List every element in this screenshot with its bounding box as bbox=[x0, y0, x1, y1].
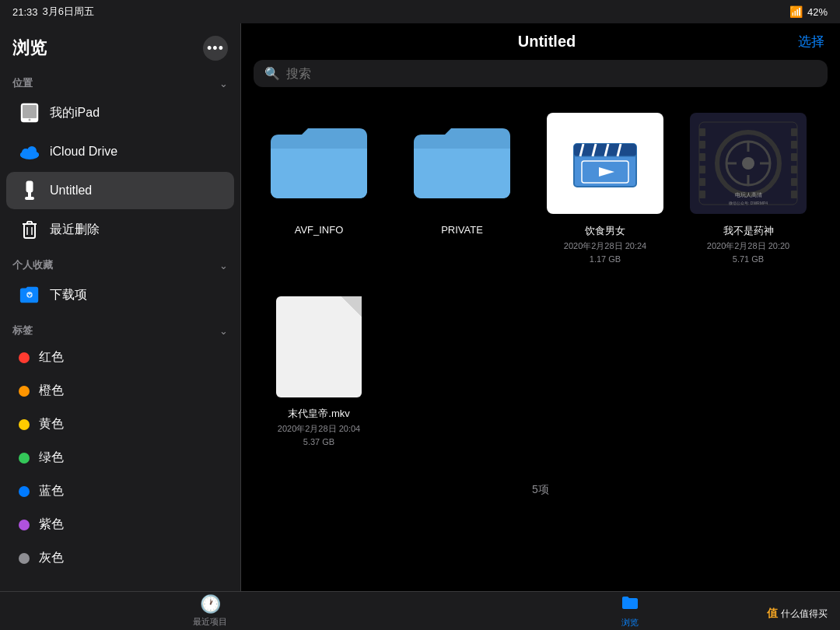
svg-point-2 bbox=[29, 119, 31, 121]
svg-rect-45 bbox=[791, 178, 797, 186]
file-meta-emperor: 2020年2月28日 20:04 5.37 GB bbox=[278, 422, 360, 448]
svg-point-6 bbox=[20, 151, 39, 159]
sidebar-yellow-label: 黄色 bbox=[39, 416, 64, 432]
tab-recents-label: 最近项目 bbox=[193, 616, 227, 628]
file-date-yinshi: 2020年2月28日 20:24 bbox=[564, 241, 646, 250]
section-locations-label: 位置 bbox=[12, 76, 33, 90]
sidebar-title: 浏览 bbox=[12, 37, 47, 60]
sidebar-blue-label: 蓝色 bbox=[39, 483, 64, 499]
battery-indicator: 42% bbox=[807, 6, 828, 18]
red-dot-icon bbox=[19, 352, 30, 363]
svg-rect-40 bbox=[699, 191, 705, 198]
svg-rect-1 bbox=[23, 105, 37, 118]
doc-icon-emperor bbox=[276, 296, 362, 397]
svg-rect-9 bbox=[25, 197, 34, 200]
svg-rect-38 bbox=[699, 166, 705, 173]
select-button[interactable]: 选择 bbox=[798, 33, 824, 51]
sidebar: 浏览 ••• 位置 ⌄ 我的iPad bbox=[0, 23, 241, 591]
file-item-yaoshan[interactable]: 电玩人高清 微信公众号: DWRMP4 我不是药神 2020年2月28日 20:… bbox=[686, 109, 810, 265]
status-time: 21:33 bbox=[12, 6, 38, 18]
app-container: 浏览 ••• 位置 ⌄ 我的iPad bbox=[0, 23, 840, 591]
download-folder-icon bbox=[19, 284, 40, 306]
file-date-emperor: 2020年2月28日 20:04 bbox=[278, 424, 360, 433]
sidebar-item-purple-tag[interactable]: 紫色 bbox=[6, 509, 234, 541]
purple-dot-icon bbox=[19, 520, 30, 530]
items-count: 5项 bbox=[532, 477, 549, 499]
yaoshan-thumb-bg: 电玩人高清 微信公众号: DWRMP4 bbox=[690, 113, 807, 214]
brand-label: 什么值得买 bbox=[781, 607, 828, 621]
content-title: Untitled bbox=[296, 33, 798, 51]
video-thumbnail-yinshi bbox=[543, 109, 667, 218]
file-date-yaoshan: 2020年2月28日 20:20 bbox=[707, 241, 789, 250]
yinshi-thumb-icon bbox=[566, 128, 644, 198]
gray-dot-icon bbox=[19, 553, 30, 564]
sidebar-item-blue-tag[interactable]: 蓝色 bbox=[6, 475, 234, 507]
sidebar-green-label: 绿色 bbox=[39, 450, 64, 466]
sidebar-item-icloud[interactable]: iCloud Drive bbox=[6, 133, 234, 170]
search-bar: 🔍 bbox=[254, 60, 828, 87]
sidebar-item-green-tag[interactable]: 绿色 bbox=[6, 442, 234, 474]
trash-icon bbox=[19, 219, 40, 240]
svg-rect-42 bbox=[791, 141, 797, 149]
yaoshan-thumb-icon: 电玩人高清 微信公众号: DWRMP4 bbox=[698, 121, 799, 206]
sidebar-item-recently-deleted[interactable]: 最近删除 bbox=[6, 211, 234, 248]
svg-rect-46 bbox=[791, 191, 797, 198]
sidebar-orange-label: 橙色 bbox=[39, 383, 64, 399]
main-content: Untitled 选择 🔍 AVF_INFO bbox=[241, 23, 840, 591]
status-date: 3月6日周五 bbox=[43, 5, 94, 19]
sidebar-untitled-label: Untitled bbox=[50, 184, 92, 198]
file-name-emperor: 末代皇帝.mkv bbox=[288, 407, 349, 421]
sidebar-item-orange-tag[interactable]: 橙色 bbox=[6, 375, 234, 407]
video-thumbnail-yaoshan: 电玩人高清 微信公众号: DWRMP4 bbox=[686, 109, 810, 218]
file-size-yinshi: 1.17 GB bbox=[590, 254, 621, 264]
file-name-yaoshan: 我不是药神 bbox=[723, 224, 774, 238]
svg-rect-39 bbox=[699, 178, 705, 186]
file-size-yaoshan: 5.71 GB bbox=[733, 254, 764, 264]
tab-recents[interactable]: 🕐 最近项目 bbox=[0, 594, 420, 628]
sidebar-item-red-tag[interactable]: 红色 bbox=[6, 341, 234, 373]
sidebar-item-ipad[interactable]: 我的iPad bbox=[6, 94, 234, 131]
sidebar-gray-label: 灰色 bbox=[39, 550, 64, 566]
file-item-private[interactable]: PRIVATE bbox=[400, 109, 524, 265]
ipad-icon bbox=[19, 102, 40, 124]
doc-thumbnail-emperor bbox=[257, 292, 381, 401]
chevron-down-icon-favorites: ⌄ bbox=[219, 260, 228, 271]
brand-icon: 值 bbox=[767, 607, 778, 621]
file-name-yinshi: 饮食男女 bbox=[585, 224, 625, 238]
file-item-emperor[interactable]: 末代皇帝.mkv 2020年2月28日 20:04 5.37 GB bbox=[257, 292, 381, 448]
svg-rect-10 bbox=[24, 224, 35, 238]
section-tags-label: 标签 bbox=[12, 324, 33, 338]
file-item-avf-info[interactable]: AVF_INFO bbox=[257, 109, 381, 265]
folder-thumbnail-private bbox=[400, 109, 524, 218]
sidebar-red-label: 红色 bbox=[39, 349, 64, 366]
bottom-brand: 值 什么值得买 bbox=[767, 607, 828, 621]
chevron-down-icon-tags: ⌄ bbox=[219, 325, 228, 337]
svg-rect-37 bbox=[699, 153, 705, 161]
sidebar-recents-deleted-label: 最近删除 bbox=[50, 222, 100, 238]
search-input[interactable] bbox=[286, 67, 817, 81]
sidebar-item-yellow-tag[interactable]: 黄色 bbox=[6, 408, 234, 440]
folder-icon-private bbox=[408, 121, 516, 206]
sidebar-item-gray-tag[interactable]: 灰色 bbox=[6, 542, 234, 574]
wifi-icon: 📶 bbox=[789, 5, 803, 18]
svg-rect-35 bbox=[699, 128, 705, 136]
content-header: Untitled 选择 bbox=[241, 23, 840, 60]
icloud-drive-icon bbox=[19, 141, 40, 163]
file-size-emperor: 5.37 GB bbox=[303, 437, 334, 446]
yinshi-thumb-bg bbox=[547, 113, 663, 214]
svg-rect-41 bbox=[791, 128, 797, 136]
file-meta-yinshi: 2020年2月28日 20:24 1.17 GB bbox=[564, 240, 646, 265]
sidebar-item-untitled[interactable]: Untitled bbox=[6, 172, 234, 209]
svg-rect-7 bbox=[26, 181, 33, 192]
section-favorites-label: 个人收藏 bbox=[12, 258, 53, 272]
status-bar: 21:33 3月6日周五 📶 42% bbox=[0, 0, 840, 23]
sidebar-more-button[interactable]: ••• bbox=[203, 36, 228, 61]
svg-rect-43 bbox=[791, 153, 797, 161]
tab-browse-label: 浏览 bbox=[621, 617, 639, 628]
file-item-yinshi[interactable]: 饮食男女 2020年2月28日 20:24 1.17 GB bbox=[543, 109, 667, 265]
file-meta-yaoshan: 2020年2月28日 20:20 5.71 GB bbox=[707, 240, 789, 265]
sidebar-item-downloads[interactable]: 下载项 bbox=[6, 276, 234, 313]
svg-text:电玩人高清: 电玩人高清 bbox=[735, 192, 762, 198]
folder-tab-icon bbox=[621, 593, 639, 615]
files-grid: AVF_INFO PRIVATE bbox=[241, 96, 840, 591]
